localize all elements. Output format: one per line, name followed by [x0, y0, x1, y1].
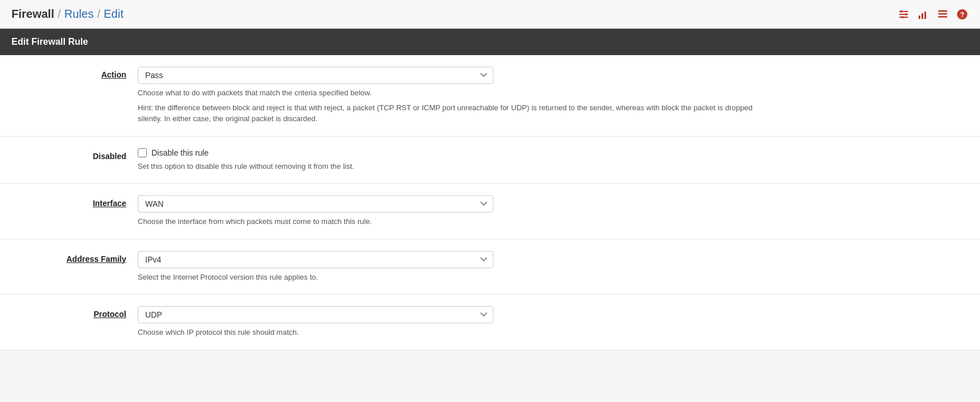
- action-label: Action: [101, 70, 126, 79]
- interface-select[interactable]: WAN LAN LAN2: [138, 195, 493, 212]
- interface-row: Interface WAN LAN LAN2 Choose the interf…: [0, 184, 980, 239]
- action-content: Pass Block Reject Choose what to do with…: [138, 67, 969, 125]
- protocol-label-col: Protocol: [11, 306, 138, 319]
- interface-label-col: Interface: [11, 195, 138, 208]
- interface-help-text: Choose the interface from which packets …: [138, 216, 769, 227]
- nav-icons: ?: [897, 8, 969, 21]
- protocol-content: UDP TCP TCP/UDP ICMP any Choose which IP…: [138, 306, 969, 338]
- disabled-checkbox[interactable]: [138, 148, 147, 157]
- protocol-help-text: Choose which IP protocol this rule shoul…: [138, 327, 769, 338]
- address-family-row: Address Family IPv4 IPv6 IPv4+IPv6 Selec…: [0, 239, 980, 295]
- page-header: Edit Firewall Rule: [0, 29, 980, 55]
- breadcrumb-sep-2: /: [97, 7, 100, 21]
- protocol-row: Protocol UDP TCP TCP/UDP ICMP any Choose…: [0, 295, 980, 350]
- svg-point-4: [905, 13, 907, 16]
- svg-rect-8: [924, 11, 926, 19]
- address-family-select[interactable]: IPv4 IPv6 IPv4+IPv6: [138, 251, 493, 268]
- page-title: Edit Firewall Rule: [11, 37, 88, 47]
- svg-rect-6: [919, 16, 920, 19]
- chart-icon[interactable]: [917, 8, 930, 21]
- breadcrumb-firewall: Firewall: [11, 7, 54, 21]
- svg-rect-10: [938, 10, 947, 12]
- sliders-icon[interactable]: [897, 8, 910, 21]
- disabled-checkbox-label: Disable this rule: [151, 148, 209, 157]
- disabled-row: Disabled Disable this rule Set this opti…: [0, 137, 980, 184]
- breadcrumb-rules[interactable]: Rules: [64, 7, 94, 21]
- disabled-label: Disabled: [93, 152, 126, 161]
- action-hint-text: Hint: the difference between block and r…: [138, 102, 769, 125]
- address-family-content: IPv4 IPv6 IPv4+IPv6 Select the Internet …: [138, 251, 969, 283]
- help-icon[interactable]: ?: [956, 8, 969, 21]
- protocol-select[interactable]: UDP TCP TCP/UDP ICMP any: [138, 306, 493, 323]
- interface-label: Interface: [93, 199, 126, 208]
- svg-rect-7: [921, 13, 923, 19]
- disabled-label-col: Disabled: [11, 148, 138, 161]
- action-help-text: Choose what to do with packets that matc…: [138, 87, 769, 99]
- breadcrumb-sep-1: /: [57, 7, 61, 21]
- top-nav: Firewall / Rules / Edit: [0, 0, 980, 29]
- list-icon[interactable]: [936, 8, 949, 21]
- breadcrumb-edit[interactable]: Edit: [104, 7, 123, 21]
- svg-rect-11: [938, 13, 947, 15]
- interface-content: WAN LAN LAN2 Choose the interface from w…: [138, 195, 969, 227]
- svg-rect-12: [938, 16, 947, 18]
- disabled-content: Disable this rule Set this option to dis…: [138, 148, 969, 172]
- address-family-label: Address Family: [67, 254, 126, 264]
- breadcrumb: Firewall / Rules / Edit: [11, 7, 123, 21]
- disabled-checkbox-row: Disable this rule: [138, 148, 969, 157]
- main-content: Action Pass Block Reject Choose what to …: [0, 55, 980, 350]
- action-select[interactable]: Pass Block Reject: [138, 67, 493, 84]
- svg-point-3: [900, 10, 903, 13]
- action-label-col: Action: [11, 67, 138, 79]
- svg-text:?: ?: [960, 11, 964, 19]
- protocol-label: Protocol: [94, 310, 126, 319]
- address-family-help-text: Select the Internet Protocol version thi…: [138, 272, 769, 283]
- address-family-label-col: Address Family: [11, 251, 138, 264]
- action-row: Action Pass Block Reject Choose what to …: [0, 55, 980, 137]
- svg-point-5: [901, 16, 904, 18]
- disabled-help-text: Set this option to disable this rule wit…: [138, 161, 769, 172]
